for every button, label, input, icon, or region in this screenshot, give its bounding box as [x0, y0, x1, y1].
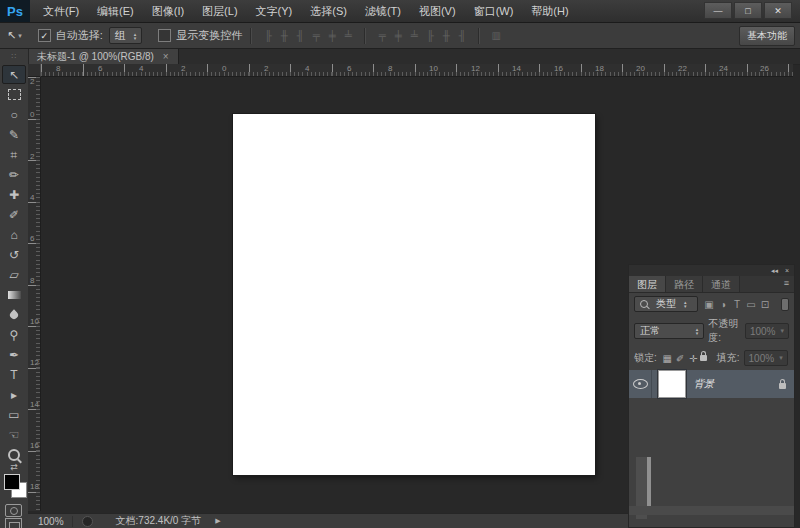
distribute-left-icon[interactable]: ╟	[422, 30, 438, 41]
lock-image-pixels-icon[interactable]: ✐	[674, 353, 687, 364]
separator	[250, 28, 252, 44]
foreground-color-swatch[interactable]	[4, 474, 20, 490]
menu-view[interactable]: 视图(V)	[410, 0, 465, 22]
move-tool-preset[interactable]: ↖ ▾	[7, 29, 22, 42]
distribute-top-icon[interactable]: ╤	[374, 30, 390, 41]
lasso-tool[interactable]: ○	[2, 105, 26, 124]
filter-pixel-layers-icon[interactable]: ▣	[702, 299, 716, 310]
vertical-ruler[interactable]: 2024681012141618	[28, 77, 41, 511]
auto-select-label: 自动选择:	[56, 28, 103, 43]
type-tool[interactable]: T	[2, 365, 26, 384]
opacity-dropdown[interactable]: 100% ▾	[745, 323, 789, 339]
gradient-tool[interactable]	[2, 285, 26, 304]
filter-adjustment-layers-icon[interactable]: ◑	[716, 299, 730, 310]
align-bottom-icon[interactable]: ╧	[340, 30, 356, 41]
healing-brush-tool[interactable]: ✚	[2, 185, 26, 204]
menu-filter[interactable]: 滤镜(T)	[356, 0, 410, 22]
maximize-button[interactable]: □	[734, 2, 762, 19]
layer-lock-icon	[779, 383, 786, 389]
blur-tool[interactable]	[2, 305, 26, 324]
align-top-icon[interactable]: ╤	[308, 30, 324, 41]
distribute-buttons: ╤╪╧╟╫╢	[374, 30, 470, 41]
quick-mask-mode-icon[interactable]	[5, 504, 22, 517]
crop-tool[interactable]: ⌗	[2, 145, 26, 164]
swap-colors-icon[interactable]: ⇄	[0, 462, 28, 472]
layer-thumbnail[interactable]	[658, 370, 686, 398]
align-left-icon[interactable]: ╟	[260, 30, 276, 41]
menu-edit[interactable]: 编辑(E)	[88, 0, 143, 22]
pen-tool[interactable]: ✒	[2, 345, 26, 364]
filter-type-layers-icon[interactable]: T	[730, 299, 744, 310]
menu-window[interactable]: 窗口(W)	[465, 0, 523, 22]
brush-tool[interactable]: ✐	[2, 205, 26, 224]
menu-image[interactable]: 图像(I)	[143, 0, 193, 22]
opacity-value: 100%	[750, 326, 776, 337]
tab-close-icon[interactable]: ×	[163, 51, 169, 62]
clone-stamp-tool[interactable]: ⌂	[2, 225, 26, 244]
tab-paths[interactable]: 路径	[666, 276, 703, 292]
align-v-center-icon[interactable]: ╪	[324, 30, 340, 41]
menu-type[interactable]: 文字(Y)	[247, 0, 302, 22]
filter-smart-objects-icon[interactable]: ⊡	[758, 299, 772, 310]
close-button[interactable]: ✕	[764, 2, 792, 19]
panel-menu-icon[interactable]: ≡	[779, 276, 794, 292]
chevron-down-icon: ▾	[779, 354, 783, 362]
distribute-bottom-icon[interactable]: ╧	[406, 30, 422, 41]
menu-help[interactable]: 帮助(H)	[522, 0, 577, 22]
minimize-button[interactable]: —	[704, 2, 732, 19]
menu-file[interactable]: 文件(F)	[34, 0, 88, 22]
layer-row-background[interactable]: 背景	[629, 370, 794, 398]
layer-visibility-icon[interactable]	[633, 379, 648, 389]
blend-mode-dropdown[interactable]: 正常 ▴▾	[634, 323, 704, 339]
rectangular-marquee-tool[interactable]	[2, 85, 26, 104]
ruler-origin-corner[interactable]	[28, 64, 41, 77]
workspace-switcher-button[interactable]: 基本功能	[739, 26, 795, 46]
tab-layers[interactable]: 图层	[629, 276, 666, 292]
path-selection-tool[interactable]: ▸	[2, 385, 26, 404]
filter-icon-buttons: ▣◑T▭⊡	[702, 299, 772, 310]
move-tool[interactable]: ↖	[2, 65, 26, 84]
auto-select-checkbox[interactable]: ✓	[38, 29, 51, 42]
fill-dropdown[interactable]: 100% ▾	[744, 350, 788, 366]
lock-all-icon[interactable]	[700, 355, 707, 361]
eyedropper-tool[interactable]: ✏	[2, 165, 26, 184]
chevron-down-icon: ▾	[18, 32, 22, 40]
distribute-right-icon[interactable]: ╢	[454, 30, 470, 41]
document-tab[interactable]: 未标题-1 @ 100%(RGB/8) ×	[28, 49, 179, 64]
history-brush-tool[interactable]: ↺	[2, 245, 26, 264]
auto-align-icon[interactable]: ▥	[488, 30, 504, 41]
tab-channels[interactable]: 通道	[703, 276, 740, 292]
lock-transparent-pixels-icon[interactable]: ▦	[661, 353, 674, 364]
close-panel-icon[interactable]: ×	[785, 267, 789, 274]
auto-select-dropdown[interactable]: 组 ▴▾	[109, 27, 143, 44]
ruler-label: 22	[678, 64, 687, 73]
canvas[interactable]	[233, 114, 595, 475]
filter-toggle-icon[interactable]	[781, 298, 789, 311]
toolbox-grip-icon[interactable]: ∷	[0, 49, 28, 64]
quick-selection-tool[interactable]: ✎	[2, 125, 26, 144]
filter-shape-layers-icon[interactable]: ▭	[744, 299, 758, 310]
align-right-icon[interactable]: ╢	[292, 30, 308, 41]
hand-tool[interactable]: ☜	[2, 425, 26, 444]
dodge-tool[interactable]: ⚲	[2, 325, 26, 344]
layer-name[interactable]: 背景	[694, 377, 714, 391]
auto-select-value: 组	[115, 28, 126, 43]
menu-layer[interactable]: 图层(L)	[193, 0, 246, 22]
collapse-panel-icon[interactable]: ◂◂	[771, 267, 778, 275]
status-options-icon[interactable]: ▶	[215, 517, 220, 525]
align-h-center-icon[interactable]: ╫	[276, 30, 292, 41]
zoom-level-field[interactable]: 100%	[28, 516, 73, 527]
ruler-label: 6	[347, 64, 351, 73]
eraser-tool[interactable]: ▱	[2, 265, 26, 284]
distribute-v-center-icon[interactable]: ╪	[390, 30, 406, 41]
screen-mode-icon[interactable]	[5, 518, 22, 528]
shape-tool[interactable]: ▭	[2, 405, 26, 424]
horizontal-ruler[interactable]: 864202468101214161820222426	[41, 64, 793, 77]
title-bar: Ps 文件(F)编辑(E)图像(I)图层(L)文字(Y)选择(S)滤镜(T)视图…	[0, 0, 800, 23]
menu-select[interactable]: 选择(S)	[301, 0, 356, 22]
stepper-icon: ▴▾	[684, 300, 687, 308]
distribute-h-center-icon[interactable]: ╫	[438, 30, 454, 41]
show-transform-checkbox[interactable]	[158, 29, 171, 42]
lock-position-icon[interactable]: ✛	[687, 353, 700, 364]
filter-type-dropdown[interactable]: 类型 ▴▾	[634, 296, 698, 312]
